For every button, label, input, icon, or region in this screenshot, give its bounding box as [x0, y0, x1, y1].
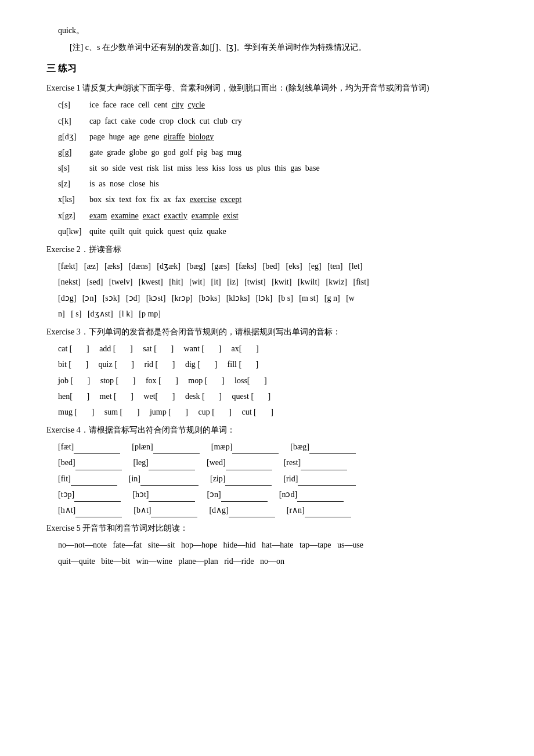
exercise1-row-ss: s[s] sit so side vest risk list miss les… [46, 161, 499, 175]
exercise3-row1: cat [ ] add [ ] sat [ ] want [ ] ax[ ] [46, 341, 499, 356]
exercise4-row5: [h∧t] [b∧t] [d∧g] [r∧n] [46, 503, 499, 517]
exercise3-title: Exercise 3．下列单词的发音都是符合闭音节规则的，请根据规则写出单词的音… [46, 325, 499, 339]
exercise5-row2: quit—quite bite—bit win—wine plane—plan … [46, 554, 499, 568]
phoneme-xgz: x[gz] [58, 208, 86, 223]
exercise1-row-xgz: x[gz] exam examine exact exactly example… [46, 208, 499, 223]
words-ss: sit so side vest risk list miss less kis… [89, 161, 320, 175]
phoneme-qukw: qu[kw] [58, 224, 86, 239]
words-gg: gate grade globe go god golf pig bag mug [89, 145, 241, 160]
words-qukw: quite quilt quit quick quest quiz quake [89, 224, 226, 239]
exercise3-row4: hen[ ] met [ ] wet[ ] desk [ ] quest [ ] [46, 389, 499, 404]
page-content: quick。 [注] c、s 在少数单词中还有别的发音,如[ʃ]、[ʒ]。学到有… [46, 23, 499, 568]
phoneme-cs: c[s] [58, 98, 86, 112]
section-title: 三 练习 [46, 60, 499, 77]
phoneme-ss: s[s] [58, 161, 86, 175]
exercise1-row-xks: x[ks] box six text fox fix ax fax exerci… [46, 192, 499, 207]
exercise4-row2: [bed] [leg] [wed] [rest] [46, 455, 499, 470]
exercise2-row2: [nekst] [sed] [twelv] [kwest] [hit] [wit… [46, 275, 499, 289]
words-xgz: exam examine exact exactly example exist [89, 208, 239, 223]
words-ck: cap fact cake code crop clock cut club c… [89, 114, 242, 128]
exercise3-row3: job [ ] stop [ ] fox [ ] mop [ ] loss[ ] [46, 373, 499, 388]
phoneme-gg: g[g] [58, 145, 86, 160]
exercise3-row2: bit [ ] quiz [ ] rid [ ] dig [ ] fill [ … [46, 357, 499, 372]
exercise5-row1: no—not—note fate—fat site—sit hop—hope h… [46, 538, 499, 552]
phoneme-ck: c[k] [58, 114, 86, 128]
exercise1-row-ck: c[k] cap fact cake code crop clock cut c… [46, 114, 499, 128]
words-gdz: page huge age gene giraffe biology [89, 129, 214, 144]
exercise3-row5: mug [ ] sum [ ] jump [ ] cup [ ] cut [ ] [46, 405, 499, 419]
exercise2-row4: n] [ s] [dʒ∧st] [l k] [p mp] [46, 307, 499, 321]
exercise4-title: Exercise 4．请根据音标写出符合闭音节规则的单词： [46, 423, 499, 437]
exercise1-row-sz: s[z] is as nose close his [46, 177, 499, 191]
exercise2-row1: [fækt] [æz] [æks] [dæns] [dʒæk] [bæg] [g… [46, 259, 499, 273]
words-xks: box six text fox fix ax fax exercise exc… [89, 192, 241, 207]
exercise1-row-gg: g[g] gate grade globe go god golf pig ba… [46, 145, 499, 160]
exercise4-row4: [tɔp] [hɔt] [ɔn] [nɔd] [46, 487, 499, 502]
exercise1-row-cs: c[s] ice face race cell cent city cycle [46, 98, 499, 112]
exercise1-row-gdz: g[dʒ] page huge age gene giraffe biology [46, 129, 499, 144]
exercise1-row-qukw: qu[kw] quite quilt quit quick quest quiz… [46, 224, 499, 239]
exercise2-row3: [dɔg] [ɔn] [sɔk] [ɔd] [kɔst] [krɔp] [bɔk… [46, 291, 499, 305]
exercise5-title: Exercise 5 开音节和闭音节词对比朗读： [46, 521, 499, 535]
phoneme-xks: x[ks] [58, 192, 86, 207]
words-sz: is as nose close his [89, 177, 159, 191]
intro-note: [注] c、s 在少数单词中还有别的发音,如[ʃ]、[ʒ]。学到有关单词时作为特… [46, 40, 499, 55]
phoneme-sz: s[z] [58, 177, 86, 191]
words-cs: ice face race cell cent city cycle [89, 98, 205, 112]
phoneme-gdz: g[dʒ] [58, 129, 86, 144]
exercise1-title: Exercise 1 请反复大声朗读下面字母、音素和例词，做到脱口而出：(除划线… [46, 81, 499, 95]
intro-line1: quick。 [46, 23, 499, 38]
exercise2-title: Exercise 2．拼读音标 [46, 242, 499, 257]
exercise4-row1: [fæt] [plæn] [mæp] [bæg] [46, 440, 499, 454]
exercise4-row3: [fit] [in] [zip] [rid] [46, 471, 499, 486]
